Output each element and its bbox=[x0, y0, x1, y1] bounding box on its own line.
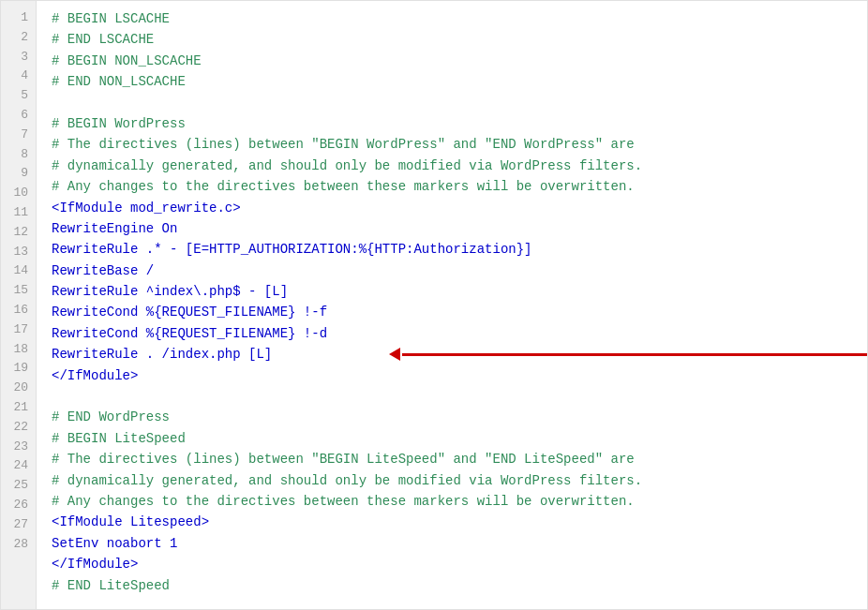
line-number: 9 bbox=[1, 164, 36, 184]
code-text: # BEGIN LSCACHE bbox=[52, 11, 170, 26]
code-text: RewriteCond %{REQUEST_FILENAME} !-f bbox=[52, 305, 327, 320]
line-number: 20 bbox=[1, 379, 36, 398]
code-text: </IfModule> bbox=[52, 557, 138, 572]
line-numbers: 1234567891011121314151617181920212223242… bbox=[1, 1, 37, 609]
code-line: RewriteCond %{REQUEST_FILENAME} !-f bbox=[52, 302, 867, 322]
code-editor: 1234567891011121314151617181920212223242… bbox=[0, 0, 868, 610]
code-line: # END NON_LSCACHE bbox=[52, 71, 867, 92]
line-number: 11 bbox=[1, 203, 36, 223]
line-number: 15 bbox=[1, 281, 36, 301]
line-number: 25 bbox=[1, 476, 36, 496]
code-line: RewriteBase / bbox=[52, 260, 867, 281]
line-number: 4 bbox=[1, 67, 36, 86]
code-line: # BEGIN NON_LSCACHE bbox=[52, 51, 867, 71]
code-text: # END LSCACHE bbox=[52, 32, 154, 47]
code-line: RewriteRule . /index.php [L] bbox=[52, 344, 867, 365]
line-number: 19 bbox=[1, 359, 36, 379]
line-number: 8 bbox=[1, 145, 36, 165]
code-line: # END WordPress bbox=[52, 407, 867, 427]
line-number: 26 bbox=[1, 496, 36, 515]
code-text: <IfModule mod_rewrite.c> bbox=[52, 201, 241, 216]
code-line: RewriteRule ^index\.php$ - [L] bbox=[52, 281, 867, 302]
line-number: 24 bbox=[1, 456, 36, 476]
code-text: # BEGIN WordPress bbox=[52, 116, 186, 131]
code-text: # BEGIN NON_LSCACHE bbox=[52, 53, 202, 68]
line-number: 21 bbox=[1, 398, 36, 418]
code-text: </IfModule> bbox=[52, 368, 138, 383]
code-text: SetEnv noabort 1 bbox=[52, 536, 177, 551]
code-text: # BEGIN LiteSpeed bbox=[52, 431, 186, 446]
arrow-line bbox=[402, 353, 867, 356]
code-text: # The directives (lines) between "BEGIN … bbox=[52, 137, 635, 152]
code-text: # Any changes to the directives between … bbox=[52, 494, 635, 509]
code-line: # END LiteSpeed bbox=[52, 575, 867, 596]
line-number: 23 bbox=[1, 438, 36, 457]
code-line: </IfModule> bbox=[52, 554, 867, 574]
line-number: 6 bbox=[1, 106, 36, 126]
code-line: # BEGIN WordPress bbox=[52, 113, 867, 134]
red-arrow bbox=[389, 348, 867, 361]
line-number: 18 bbox=[1, 340, 36, 360]
code-content[interactable]: # BEGIN LSCACHE# END LSCACHE# BEGIN NON_… bbox=[37, 1, 867, 609]
code-line: # The directives (lines) between "BEGIN … bbox=[52, 134, 867, 155]
line-number: 27 bbox=[1, 515, 36, 535]
code-line: # dynamically generated, and should only… bbox=[52, 470, 867, 491]
line-number: 1 bbox=[1, 8, 36, 28]
line-number: 10 bbox=[1, 184, 36, 203]
code-line: # Any changes to the directives between … bbox=[52, 176, 867, 197]
code-line: RewriteRule .* - [E=HTTP_AUTHORIZATION:%… bbox=[52, 239, 867, 260]
code-text: # dynamically generated, and should only… bbox=[52, 158, 642, 173]
line-number: 12 bbox=[1, 223, 36, 243]
code-line: <IfModule mod_rewrite.c> bbox=[52, 198, 867, 218]
line-number: 22 bbox=[1, 418, 36, 438]
code-line: # The directives (lines) between "BEGIN … bbox=[52, 449, 867, 469]
code-text bbox=[52, 96, 59, 111]
code-line: <IfModule Litespeed> bbox=[52, 512, 867, 532]
code-line: SetEnv noabort 1 bbox=[52, 533, 867, 554]
arrow-head bbox=[389, 348, 400, 361]
code-text: RewriteRule .* - [E=HTTP_AUTHORIZATION:%… bbox=[52, 242, 531, 257]
code-text: RewriteCond %{REQUEST_FILENAME} !-d bbox=[52, 326, 327, 341]
code-text: # The directives (lines) between "BEGIN … bbox=[52, 452, 635, 467]
line-number: 7 bbox=[1, 126, 36, 145]
code-text: RewriteBase / bbox=[52, 263, 154, 278]
code-text: # END NON_LSCACHE bbox=[52, 74, 186, 89]
code-text: # Any changes to the directives between … bbox=[52, 179, 635, 194]
line-number: 28 bbox=[1, 535, 36, 555]
code-line: # BEGIN LSCACHE bbox=[52, 8, 867, 29]
code-line: # BEGIN LiteSpeed bbox=[52, 428, 867, 449]
code-line: RewriteEngine On bbox=[52, 218, 867, 239]
code-text: # END WordPress bbox=[52, 409, 170, 424]
code-text bbox=[52, 389, 59, 404]
line-number: 5 bbox=[1, 86, 36, 106]
line-number: 14 bbox=[1, 261, 36, 281]
code-text: RewriteRule . /index.php [L] bbox=[52, 347, 272, 362]
code-line: </IfModule> bbox=[52, 365, 867, 386]
code-line bbox=[52, 386, 867, 407]
code-text: <IfModule Litespeed> bbox=[52, 514, 209, 529]
code-line: # Any changes to the directives between … bbox=[52, 491, 867, 512]
code-line: # END LSCACHE bbox=[52, 29, 867, 50]
line-number: 3 bbox=[1, 48, 36, 67]
code-line: # dynamically generated, and should only… bbox=[52, 156, 867, 176]
code-text: # dynamically generated, and should only… bbox=[52, 473, 642, 488]
line-number: 16 bbox=[1, 301, 36, 320]
line-number: 13 bbox=[1, 243, 36, 262]
line-number: 17 bbox=[1, 320, 36, 340]
code-text: RewriteEngine On bbox=[52, 221, 177, 236]
code-text: # END LiteSpeed bbox=[52, 578, 170, 593]
code-line: RewriteCond %{REQUEST_FILENAME} !-d bbox=[52, 323, 867, 344]
code-text: RewriteRule ^index\.php$ - [L] bbox=[52, 284, 288, 299]
code-line bbox=[52, 93, 867, 113]
line-number: 2 bbox=[1, 28, 36, 48]
